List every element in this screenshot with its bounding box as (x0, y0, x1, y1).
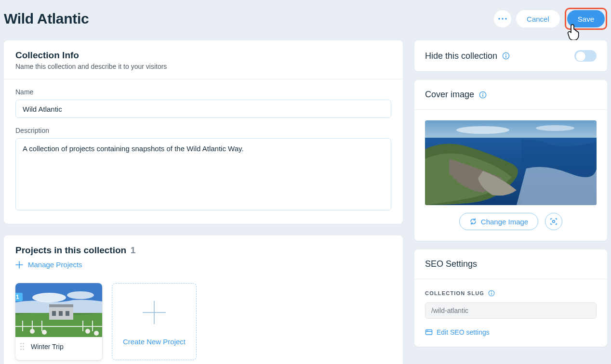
svg-rect-22 (425, 120, 597, 140)
plus-large-icon (140, 298, 169, 327)
cover-image-card: Cover image (414, 80, 607, 241)
name-input[interactable] (15, 100, 391, 118)
svg-rect-17 (505, 55, 506, 58)
project-thumbnail (15, 283, 102, 337)
name-label: Name (15, 88, 391, 96)
svg-point-31 (426, 330, 427, 331)
seo-settings-title: SEO Settings (425, 259, 477, 269)
svg-point-18 (505, 54, 506, 55)
project-card[interactable]: 1 (15, 283, 102, 360)
collection-slug-input[interactable] (425, 302, 597, 319)
svg-point-0 (498, 18, 500, 19)
projects-card: Projects in this collection 1 Manage Pro… (4, 235, 403, 364)
collection-info-subtitle: Name this collection and describe it to … (15, 63, 391, 70)
manage-projects-label: Manage Projects (28, 260, 82, 269)
svg-point-14 (85, 329, 90, 334)
svg-rect-11 (66, 311, 69, 316)
info-icon[interactable] (488, 290, 495, 297)
description-textarea[interactable]: A collection of projects containing snap… (15, 138, 391, 210)
seo-icon (425, 328, 433, 336)
drag-handle-icon[interactable] (20, 343, 25, 351)
hide-collection-label: Hide this collection (425, 51, 497, 61)
svg-point-21 (482, 92, 483, 93)
create-new-project-label: Create New Project (123, 338, 186, 346)
collection-slug-label: COLLECTION SLUG (425, 290, 484, 296)
more-actions-button[interactable] (494, 10, 511, 27)
seo-settings-card: SEO Settings COLLECTION SLUG Edit SEO se… (414, 249, 607, 347)
collection-info-card: Collection Info Name this collection and… (4, 40, 403, 224)
description-label: Description (15, 127, 391, 134)
svg-point-29 (491, 291, 492, 292)
svg-point-15 (94, 331, 99, 336)
svg-rect-20 (482, 94, 483, 97)
project-index-badge: 1 (15, 293, 23, 301)
cancel-button[interactable]: Cancel (516, 10, 560, 27)
svg-rect-8 (49, 304, 73, 307)
svg-rect-28 (491, 293, 491, 295)
cover-image-preview (425, 120, 597, 205)
project-title: Winter Trip (31, 343, 64, 351)
crop-icon (549, 217, 558, 226)
svg-point-4 (32, 293, 66, 302)
refresh-icon (469, 218, 477, 225)
svg-point-26 (553, 221, 555, 223)
change-image-button[interactable]: Change Image (459, 213, 538, 230)
projects-count: 1 (131, 245, 136, 255)
create-new-project-button[interactable]: Create New Project (112, 283, 197, 360)
hide-collection-toggle[interactable] (574, 50, 597, 62)
manage-projects-link[interactable]: Manage Projects (15, 260, 391, 269)
svg-point-2 (505, 18, 506, 19)
info-icon[interactable] (479, 91, 487, 99)
svg-point-1 (502, 18, 503, 19)
hide-collection-card: Hide this collection (414, 40, 607, 71)
edit-seo-settings-label: Edit SEO settings (437, 328, 490, 336)
projects-title: Projects in this collection (15, 245, 126, 255)
svg-point-25 (536, 125, 574, 131)
svg-point-13 (42, 330, 47, 335)
svg-point-24 (456, 126, 509, 134)
cursor-hand-icon (567, 23, 581, 40)
svg-point-12 (30, 329, 35, 334)
svg-rect-9 (52, 311, 56, 316)
cover-image-title: Cover image (425, 90, 474, 100)
adjust-image-button[interactable] (545, 213, 562, 230)
collection-info-title: Collection Info (15, 50, 391, 61)
change-image-label: Change Image (481, 218, 528, 226)
more-icon (498, 18, 507, 20)
svg-point-5 (67, 291, 94, 299)
edit-seo-settings-link[interactable]: Edit SEO settings (425, 328, 597, 336)
svg-point-32 (427, 330, 428, 331)
svg-rect-10 (59, 311, 63, 316)
save-highlight: Save (565, 8, 607, 30)
plus-icon (15, 261, 23, 269)
info-icon[interactable] (502, 52, 510, 60)
page-title: Wild Atlantic (4, 11, 89, 27)
